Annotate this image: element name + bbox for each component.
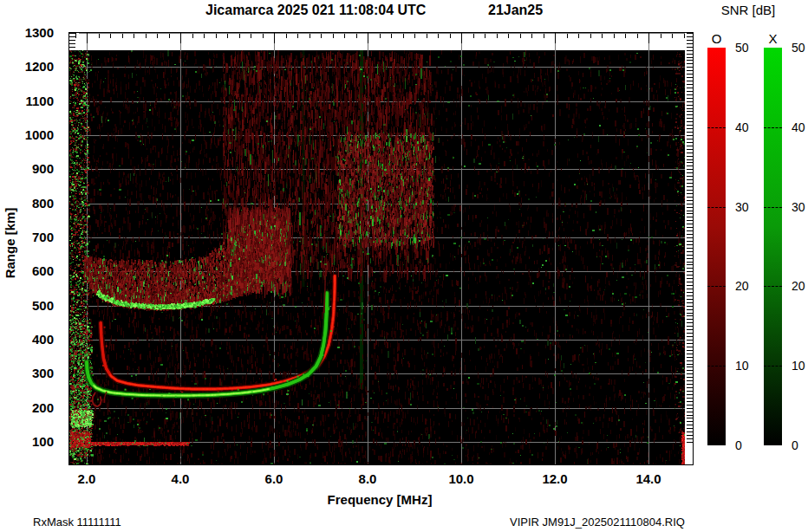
colorbar-o-mode-label: O bbox=[707, 31, 726, 46]
x-axis-label: Frequency [MHz] bbox=[319, 492, 440, 507]
y-tick-label: 600 bbox=[0, 263, 54, 279]
x-tick-label: 10.0 bbox=[435, 471, 487, 487]
y-tick-label: 800 bbox=[0, 196, 54, 211]
colorbar-title: SNR [dB] bbox=[702, 3, 794, 17]
colorbar-tick-label: 10 bbox=[792, 359, 808, 373]
colorbar-tick-dash bbox=[764, 207, 782, 208]
y-tick-label: 200 bbox=[0, 400, 54, 416]
colorbar-tick-label: 0 bbox=[792, 438, 808, 452]
page-date: 21Jan25 bbox=[488, 3, 543, 18]
x-tick-label: 8.0 bbox=[342, 471, 394, 487]
y-tick-label: 500 bbox=[0, 298, 54, 314]
colorbar-tick-label: 30 bbox=[792, 200, 808, 214]
o-mode-colorbar bbox=[707, 48, 726, 445]
x-mode-colorbar bbox=[764, 48, 782, 445]
colorbar-tick-dash bbox=[707, 286, 726, 287]
y-tick-label: 700 bbox=[0, 230, 54, 245]
y-tick-label: 1300 bbox=[0, 25, 54, 41]
colorbar-tick-label: 20 bbox=[792, 279, 808, 293]
colorbar-tick-label: 20 bbox=[735, 279, 761, 293]
colorbar-tick-dash bbox=[707, 127, 726, 128]
colorbar-tick-label: 40 bbox=[792, 120, 808, 134]
colorbar-tick-label: 30 bbox=[735, 200, 761, 214]
x-tick-label: 2.0 bbox=[61, 471, 113, 487]
colorbar-tick-dash bbox=[764, 366, 782, 367]
colorbar-tick-label: 50 bbox=[735, 41, 761, 55]
y-tick-label: 300 bbox=[0, 366, 54, 381]
y-tick-label: 1200 bbox=[0, 59, 54, 75]
colorbar-x-mode-label: X bbox=[764, 31, 782, 46]
x-tick-label: 4.0 bbox=[154, 471, 206, 487]
y-tick-label: 1100 bbox=[0, 94, 54, 109]
y-tick-label: 900 bbox=[0, 161, 54, 177]
colorbar-tick-label: 50 bbox=[792, 41, 808, 55]
rx-mask-text: RxMask 11111111 bbox=[33, 516, 121, 529]
x-tick-label: 14.0 bbox=[622, 471, 674, 487]
y-tick-label: 100 bbox=[0, 434, 54, 450]
ionogram-canvas bbox=[69, 33, 693, 464]
colorbar-tick-label: 40 bbox=[735, 120, 761, 134]
colorbar-tick-label: 0 bbox=[735, 438, 761, 452]
y-tick-label: 400 bbox=[0, 332, 54, 347]
x-tick-label: 6.0 bbox=[248, 471, 300, 487]
x-tick-label: 12.0 bbox=[529, 471, 581, 487]
y-tick-label: 1000 bbox=[0, 127, 54, 143]
ionogram-page: Jicamarca 2025 021 11:08:04 UTC 21Jan25 … bbox=[0, 0, 808, 532]
colorbar-tick-label: 10 bbox=[735, 359, 761, 373]
colorbar-tick-dash bbox=[764, 127, 782, 128]
data-file-text: VIPIR JM91J_2025021110804.RIQ bbox=[510, 516, 685, 529]
colorbar-tick-dash bbox=[707, 207, 726, 208]
colorbar-tick-dash bbox=[707, 366, 726, 367]
colorbar-tick-dash bbox=[764, 286, 782, 287]
page-title: Jicamarca 2025 021 11:08:04 UTC bbox=[205, 3, 426, 18]
